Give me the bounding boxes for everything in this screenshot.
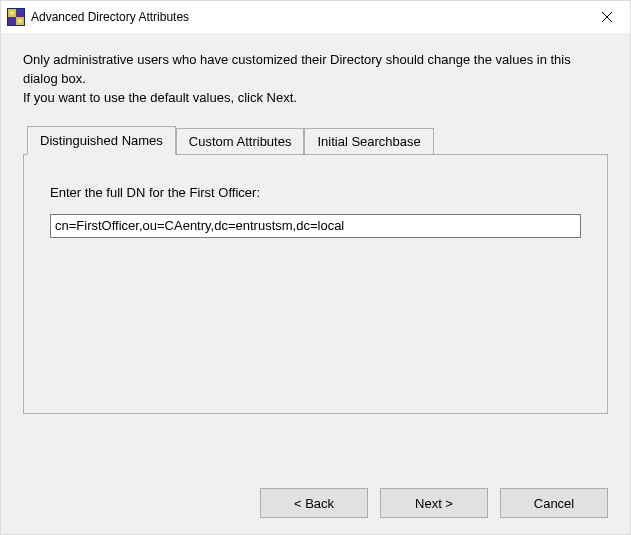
tab-initial-searchbase[interactable]: Initial Searchbase — [304, 128, 433, 154]
tab-label: Distinguished Names — [40, 133, 163, 148]
titlebar: Advanced Directory Attributes — [1, 1, 630, 33]
close-icon — [602, 12, 612, 22]
close-button[interactable] — [584, 1, 630, 33]
dn-field-label: Enter the full DN for the First Officer: — [50, 185, 581, 200]
intro-line2: If you want to use the default values, c… — [23, 89, 608, 108]
tab-label: Custom Attributes — [189, 134, 292, 149]
tab-custom-attributes[interactable]: Custom Attributes — [176, 128, 305, 154]
back-button[interactable]: < Back — [260, 488, 368, 518]
window-title: Advanced Directory Attributes — [31, 1, 584, 33]
tab-panel: Enter the full DN for the First Officer: — [23, 154, 608, 414]
wizard-buttons: < Back Next > Cancel — [260, 488, 608, 518]
dn-input[interactable] — [50, 214, 581, 238]
svg-point-6 — [18, 19, 22, 23]
intro-text: Only administrative users who have custo… — [23, 51, 608, 108]
svg-point-5 — [10, 11, 14, 15]
svg-rect-3 — [8, 17, 16, 25]
tab-label: Initial Searchbase — [317, 134, 420, 149]
cancel-button[interactable]: Cancel — [500, 488, 608, 518]
client-area: Only administrative users who have custo… — [1, 33, 630, 534]
intro-line1: Only administrative users who have custo… — [23, 51, 608, 89]
app-icon — [7, 8, 25, 26]
tab-strip: Distinguished Names Custom Attributes In… — [27, 126, 608, 154]
svg-rect-2 — [16, 9, 24, 17]
tab-distinguished-names[interactable]: Distinguished Names — [27, 126, 176, 155]
dialog-window: Advanced Directory Attributes Only admin… — [0, 0, 631, 535]
next-button[interactable]: Next > — [380, 488, 488, 518]
